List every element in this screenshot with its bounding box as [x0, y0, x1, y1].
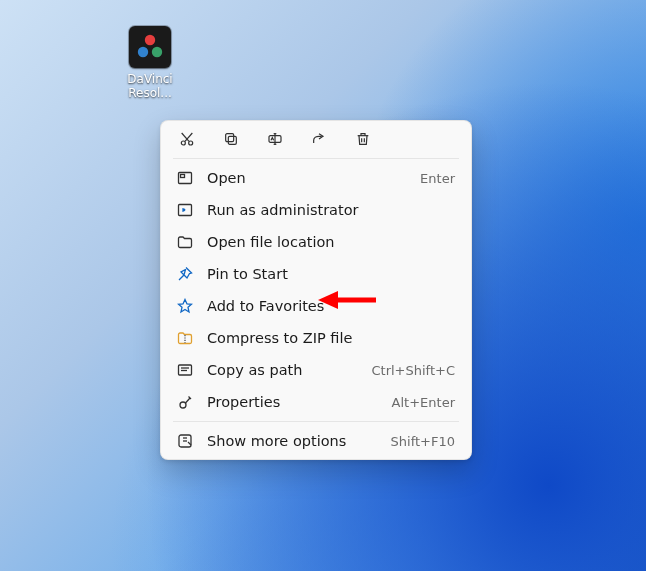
share-icon — [311, 131, 327, 147]
menu-item-label: Show more options — [207, 433, 377, 449]
menu-item-label: Run as administrator — [207, 202, 441, 218]
menu-item-pin-start[interactable]: Pin to Start — [161, 258, 471, 290]
menu-item-label: Open file location — [207, 234, 441, 250]
menu-item-label: Properties — [207, 394, 378, 410]
more-options-icon — [177, 433, 193, 449]
svg-rect-6 — [226, 134, 234, 142]
svg-point-3 — [181, 141, 185, 145]
svg-point-12 — [180, 402, 186, 408]
shortcut-label: DaVinci Resol... — [118, 72, 182, 100]
menu-item-more-options[interactable]: Show more options Shift+F10 — [161, 425, 471, 457]
context-menu: Open Enter Run as administrator Open fil… — [160, 120, 472, 460]
svg-point-1 — [138, 47, 148, 57]
copy-path-icon — [177, 362, 193, 378]
rename-icon — [267, 131, 283, 147]
open-icon — [177, 170, 193, 186]
menu-item-shortcut: Ctrl+Shift+C — [371, 363, 455, 378]
menu-item-shortcut: Alt+Enter — [392, 395, 455, 410]
cut-button[interactable] — [177, 129, 197, 149]
menu-item-label: Copy as path — [207, 362, 357, 378]
menu-item-label: Pin to Start — [207, 266, 441, 282]
menu-item-shortcut: Enter — [420, 171, 455, 186]
menu-item-copy-path[interactable]: Copy as path Ctrl+Shift+C — [161, 354, 471, 386]
copy-button[interactable] — [221, 129, 241, 149]
svg-rect-9 — [181, 175, 185, 178]
menu-item-label: Open — [207, 170, 406, 186]
desktop-background: DaVinci Resol... — [0, 0, 646, 571]
zip-icon — [177, 330, 193, 346]
pin-icon — [177, 266, 193, 282]
svg-point-2 — [152, 47, 162, 57]
menu-item-compress[interactable]: Compress to ZIP file — [161, 322, 471, 354]
delete-button[interactable] — [353, 129, 373, 149]
menu-separator — [173, 158, 459, 159]
davinci-resolve-icon — [129, 26, 171, 68]
menu-item-shortcut: Shift+F10 — [391, 434, 455, 449]
quick-action-bar — [161, 125, 471, 155]
rename-button[interactable] — [265, 129, 285, 149]
menu-item-open-location[interactable]: Open file location — [161, 226, 471, 258]
folder-icon — [177, 234, 193, 250]
menu-separator — [173, 421, 459, 422]
copy-icon — [223, 131, 239, 147]
desktop-shortcut-davinci[interactable]: DaVinci Resol... — [118, 26, 182, 100]
menu-item-open[interactable]: Open Enter — [161, 162, 471, 194]
menu-item-label: Add to Favorites — [207, 298, 441, 314]
menu-item-favorites[interactable]: Add to Favorites — [161, 290, 471, 322]
properties-icon — [177, 394, 193, 410]
star-icon — [177, 298, 193, 314]
run-admin-icon — [177, 202, 193, 218]
delete-icon — [355, 131, 371, 147]
svg-point-4 — [189, 141, 193, 145]
menu-item-label: Compress to ZIP file — [207, 330, 441, 346]
svg-rect-5 — [228, 136, 236, 144]
menu-item-properties[interactable]: Properties Alt+Enter — [161, 386, 471, 418]
menu-item-run-admin[interactable]: Run as administrator — [161, 194, 471, 226]
cut-icon — [179, 131, 195, 147]
svg-point-0 — [145, 35, 155, 45]
share-button[interactable] — [309, 129, 329, 149]
